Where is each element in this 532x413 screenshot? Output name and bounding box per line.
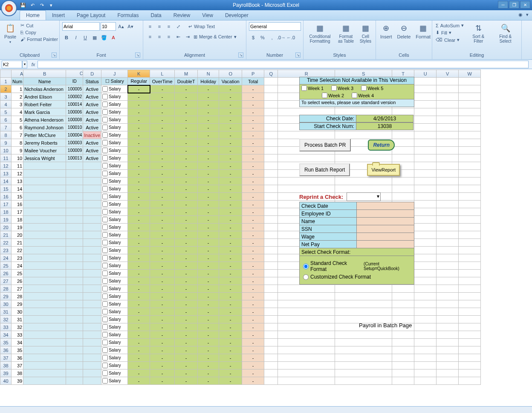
cell[interactable] bbox=[66, 170, 83, 177]
cell[interactable] bbox=[264, 208, 278, 216]
cell[interactable]: - bbox=[128, 354, 150, 362]
week3-checkbox[interactable]: Week 3 bbox=[331, 85, 353, 91]
col-header-K[interactable]: K bbox=[128, 70, 150, 78]
cell[interactable]: 17 bbox=[12, 208, 23, 216]
cell[interactable] bbox=[459, 216, 481, 224]
cell[interactable]: - bbox=[175, 262, 198, 270]
cell[interactable]: Athena Henderson bbox=[23, 116, 66, 124]
check-date-value[interactable]: 4/26/2013 bbox=[356, 115, 413, 122]
cell[interactable]: Active bbox=[83, 154, 101, 162]
row-header[interactable]: 34 bbox=[0, 331, 12, 339]
cell[interactable]: - bbox=[175, 139, 198, 147]
cell[interactable]: 18 bbox=[12, 216, 23, 224]
cell[interactable]: - bbox=[198, 185, 219, 193]
minimize-ribbon-icon[interactable]: ▾ bbox=[526, 12, 529, 17]
salary-checkbox-cell[interactable]: Salary bbox=[101, 116, 128, 124]
cell[interactable] bbox=[459, 162, 481, 170]
cell[interactable]: - bbox=[128, 231, 150, 239]
cell[interactable] bbox=[459, 300, 481, 308]
cell[interactable] bbox=[437, 116, 459, 124]
cell[interactable]: - bbox=[150, 147, 175, 154]
row-header[interactable]: 9 bbox=[0, 139, 12, 147]
cell[interactable]: 29 bbox=[12, 300, 23, 308]
row-header[interactable]: 39 bbox=[0, 369, 12, 377]
cell[interactable] bbox=[83, 193, 101, 201]
cell[interactable]: - bbox=[150, 277, 175, 285]
cell[interactable] bbox=[414, 78, 437, 85]
cell[interactable] bbox=[66, 162, 83, 170]
salary-checkbox-cell[interactable]: Salary bbox=[101, 93, 128, 101]
cell[interactable]: - bbox=[128, 247, 150, 254]
cell[interactable]: - bbox=[150, 208, 175, 216]
cell[interactable] bbox=[278, 339, 335, 346]
clipboard-launcher[interactable]: ↘ bbox=[52, 52, 57, 58]
cell[interactable]: 36 bbox=[12, 354, 23, 362]
cell[interactable] bbox=[278, 346, 335, 354]
cell[interactable]: 11 bbox=[12, 162, 23, 170]
cell[interactable]: - bbox=[175, 216, 198, 224]
cell[interactable] bbox=[23, 170, 66, 177]
border-button[interactable]: ▦ bbox=[90, 33, 99, 42]
cell[interactable]: - bbox=[219, 247, 242, 254]
cell[interactable] bbox=[66, 277, 83, 285]
tab-insert[interactable]: Insert bbox=[46, 11, 71, 20]
cell[interactable] bbox=[392, 377, 414, 385]
cell[interactable]: - bbox=[198, 131, 219, 139]
cell[interactable] bbox=[414, 369, 437, 377]
cell[interactable] bbox=[414, 116, 437, 124]
cell[interactable] bbox=[459, 154, 481, 162]
cell[interactable]: - bbox=[242, 131, 264, 139]
cell[interactable]: Mailee Voucher bbox=[23, 147, 66, 154]
cell[interactable]: - bbox=[242, 185, 264, 193]
cell[interactable] bbox=[264, 177, 278, 185]
cell[interactable] bbox=[264, 224, 278, 231]
cell[interactable]: - bbox=[150, 323, 175, 331]
cell[interactable] bbox=[66, 362, 83, 369]
cell[interactable] bbox=[437, 300, 459, 308]
row-header[interactable]: 19 bbox=[0, 216, 12, 224]
cell[interactable]: - bbox=[242, 277, 264, 285]
cell[interactable]: 35 bbox=[12, 346, 23, 354]
cell[interactable]: - bbox=[175, 331, 198, 339]
cell[interactable]: - bbox=[219, 124, 242, 131]
align-middle-icon[interactable]: ≡ bbox=[155, 22, 164, 31]
salary-checkbox-cell[interactable]: Salary bbox=[101, 308, 128, 316]
col-header-D[interactable]: D bbox=[83, 70, 101, 78]
cell[interactable] bbox=[437, 308, 459, 316]
cell[interactable]: - bbox=[219, 154, 242, 162]
custom-format-radio[interactable]: Customized Check Format bbox=[303, 274, 411, 280]
cell[interactable] bbox=[23, 316, 66, 323]
cell[interactable] bbox=[437, 147, 459, 154]
cell[interactable]: Active bbox=[83, 108, 101, 116]
cell[interactable] bbox=[459, 93, 481, 101]
cell[interactable] bbox=[459, 108, 481, 116]
cell[interactable]: - bbox=[175, 154, 198, 162]
shrink-font-icon[interactable]: A▾ bbox=[126, 22, 135, 31]
cell[interactable]: - bbox=[219, 177, 242, 185]
cell[interactable] bbox=[437, 108, 459, 116]
salary-checkbox-cell[interactable]: Salary bbox=[101, 124, 128, 131]
cell[interactable]: - bbox=[219, 85, 242, 93]
week1-checkbox[interactable]: Week 1 bbox=[301, 85, 324, 91]
cell[interactable] bbox=[23, 270, 66, 277]
row-header[interactable]: 36 bbox=[0, 346, 12, 354]
cell[interactable] bbox=[83, 224, 101, 231]
cell[interactable] bbox=[83, 254, 101, 262]
cell[interactable]: 26 bbox=[12, 277, 23, 285]
cell[interactable]: - bbox=[175, 170, 198, 177]
cell[interactable]: - bbox=[219, 216, 242, 224]
cell[interactable] bbox=[414, 247, 437, 254]
salary-checkbox-cell[interactable]: Salary bbox=[101, 139, 128, 147]
cell[interactable]: - bbox=[128, 323, 150, 331]
cell[interactable] bbox=[437, 154, 459, 162]
cell[interactable]: - bbox=[242, 339, 264, 346]
cell[interactable] bbox=[66, 346, 83, 354]
cell[interactable] bbox=[414, 193, 437, 201]
align-top-icon[interactable]: ≡ bbox=[146, 22, 154, 31]
cell[interactable]: - bbox=[175, 247, 198, 254]
cell[interactable]: - bbox=[150, 185, 175, 193]
cell[interactable]: 100009 bbox=[66, 147, 83, 154]
cell[interactable] bbox=[264, 216, 278, 224]
salary-checkbox-cell[interactable]: Salary bbox=[101, 316, 128, 323]
cell[interactable] bbox=[392, 354, 414, 362]
